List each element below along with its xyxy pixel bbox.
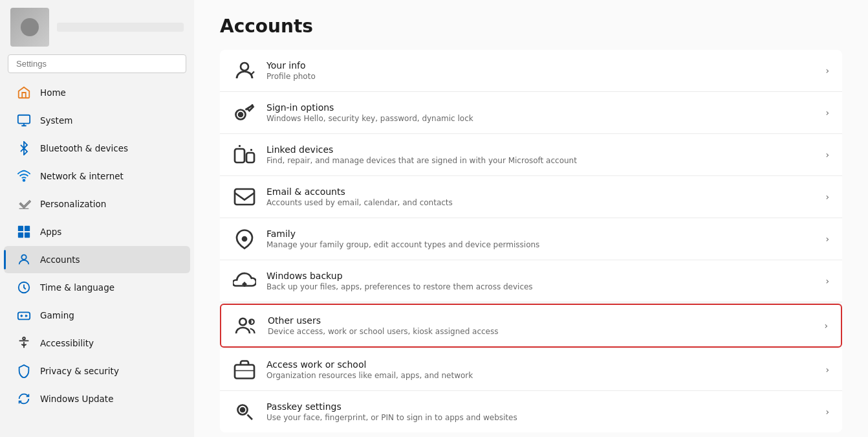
sidebar-item-update-label: Windows Update: [40, 394, 113, 404]
linked-subtitle: Find, repair, and manage devices that ar…: [266, 156, 818, 165]
svg-rect-14: [246, 153, 254, 162]
username-placeholder: [57, 23, 184, 32]
sidebar-item-network[interactable]: Network & internet: [4, 162, 190, 190]
sidebar-search[interactable]: [8, 54, 186, 73]
network-icon: [17, 169, 31, 183]
sidebar-item-accessibility-label: Accessibility: [40, 338, 94, 348]
avatar: [10, 8, 49, 47]
your-info-subtitle: Profile photo: [266, 72, 818, 81]
settings-item-passkey[interactable]: Passkey settings Use your face, fingerpr…: [220, 391, 842, 432]
backup-icon: [233, 269, 256, 293]
settings-item-other-users[interactable]: Other users Device access, work or schoo…: [220, 304, 842, 348]
family-text: Family Manage your family group, edit ac…: [266, 229, 818, 249]
family-title: Family: [266, 229, 818, 239]
sidebar-item-system[interactable]: System: [4, 107, 190, 134]
svg-rect-13: [235, 149, 244, 162]
svg-rect-5: [25, 232, 30, 238]
sidebar-item-apps-label: Apps: [40, 227, 61, 237]
email-text: Email & accounts Accounts used by email,…: [266, 186, 818, 207]
signin-text: Sign-in options Windows Hello, security …: [266, 102, 818, 123]
privacy-icon: [17, 364, 31, 378]
family-icon: [233, 227, 256, 251]
work-icon: [233, 358, 256, 381]
other-users-title: Other users: [268, 315, 816, 326]
page-title: Accounts: [220, 16, 842, 37]
settings-item-backup[interactable]: Windows backup Back up your files, apps,…: [220, 260, 842, 302]
linked-icon: [233, 143, 256, 166]
settings-item-your-info[interactable]: Your info Profile photo ›: [220, 50, 842, 92]
email-subtitle: Accounts used by email, calendar, and co…: [266, 198, 818, 207]
work-text: Access work or school Organization resou…: [266, 359, 818, 380]
sidebar-item-bluetooth[interactable]: Bluetooth & devices: [4, 135, 190, 162]
sidebar-item-accounts-label: Accounts: [40, 254, 80, 265]
work-subtitle: Organization resources like email, apps,…: [266, 371, 818, 380]
signin-title: Sign-in options: [266, 102, 818, 113]
sidebar-item-bluetooth-label: Bluetooth & devices: [40, 143, 128, 153]
work-chevron: ›: [825, 364, 829, 375]
backup-title: Windows backup: [266, 271, 818, 281]
svg-rect-18: [235, 365, 254, 379]
passkey-icon: [233, 400, 256, 423]
signin-chevron: ›: [825, 107, 829, 118]
your-info-title: Your info: [266, 60, 818, 71]
sidebar-item-privacy-label: Privacy & security: [40, 366, 119, 376]
sidebar-item-apps[interactable]: Apps: [4, 218, 190, 245]
svg-point-16: [239, 319, 246, 326]
email-title: Email & accounts: [266, 186, 818, 197]
settings-item-family[interactable]: Family Manage your family group, edit ac…: [220, 218, 842, 260]
linked-text: Linked devices Find, repair, and manage …: [266, 144, 818, 165]
work-title: Access work or school: [266, 359, 818, 370]
settings-item-work[interactable]: Access work or school Organization resou…: [220, 349, 842, 391]
your-info-text: Your info Profile photo: [266, 60, 818, 81]
svg-point-10: [241, 63, 248, 71]
other-users-icon: [234, 314, 257, 337]
time-icon: [17, 280, 31, 295]
svg-rect-15: [235, 189, 254, 205]
family-chevron: ›: [825, 234, 829, 244]
sidebar-item-accessibility[interactable]: Accessibility: [4, 330, 190, 357]
key-icon: [233, 101, 256, 124]
svg-point-9: [23, 337, 25, 340]
svg-rect-0: [18, 115, 30, 124]
svg-point-12: [239, 113, 243, 117]
update-icon: [17, 392, 31, 406]
other-users-chevron: ›: [824, 320, 828, 331]
sidebar-item-personalization-label: Personalization: [40, 199, 106, 209]
main-content: Accounts Your info Profile photo › Sign-…: [194, 0, 868, 437]
passkey-title: Passkey settings: [266, 401, 818, 412]
accounts-icon: [17, 252, 31, 267]
person-icon: [233, 59, 256, 82]
email-icon: [233, 185, 256, 208]
sidebar-item-personalization[interactable]: Personalization: [4, 190, 190, 218]
sidebar-item-accounts[interactable]: Accounts: [4, 246, 190, 273]
gaming-icon: [17, 308, 31, 322]
bluetooth-icon: [17, 141, 31, 155]
search-input[interactable]: [8, 54, 186, 73]
passkey-subtitle: Use your face, fingerprint, or PIN to si…: [266, 413, 818, 422]
sidebar: Home System Bluetooth & devices Network …: [0, 0, 194, 437]
svg-rect-8: [18, 312, 30, 319]
backup-text: Windows backup Back up your files, apps,…: [266, 271, 818, 291]
settings-item-signin[interactable]: Sign-in options Windows Hello, security …: [220, 92, 842, 134]
svg-point-1: [23, 179, 25, 181]
sidebar-item-privacy[interactable]: Privacy & security: [4, 357, 190, 385]
sidebar-item-home[interactable]: Home: [4, 79, 190, 106]
avatar-area: [0, 0, 194, 54]
backup-chevron: ›: [825, 276, 829, 286]
sidebar-item-gaming-label: Gaming: [40, 310, 74, 320]
svg-rect-4: [18, 232, 23, 238]
system-icon: [17, 113, 31, 128]
email-chevron: ›: [825, 192, 829, 202]
sidebar-item-gaming[interactable]: Gaming: [4, 302, 190, 329]
settings-item-email[interactable]: Email & accounts Accounts used by email,…: [220, 176, 842, 218]
sidebar-item-network-label: Network & internet: [40, 171, 124, 181]
settings-item-linked[interactable]: Linked devices Find, repair, and manage …: [220, 134, 842, 176]
other-users-subtitle: Device access, work or school users, kio…: [268, 327, 816, 336]
family-subtitle: Manage your family group, edit account t…: [266, 240, 818, 249]
accessibility-icon: [17, 336, 31, 350]
linked-chevron: ›: [825, 150, 829, 160]
home-icon: [17, 85, 31, 100]
sidebar-item-update[interactable]: Windows Update: [4, 385, 190, 412]
svg-rect-3: [25, 226, 30, 231]
sidebar-item-time[interactable]: Time & language: [4, 274, 190, 301]
